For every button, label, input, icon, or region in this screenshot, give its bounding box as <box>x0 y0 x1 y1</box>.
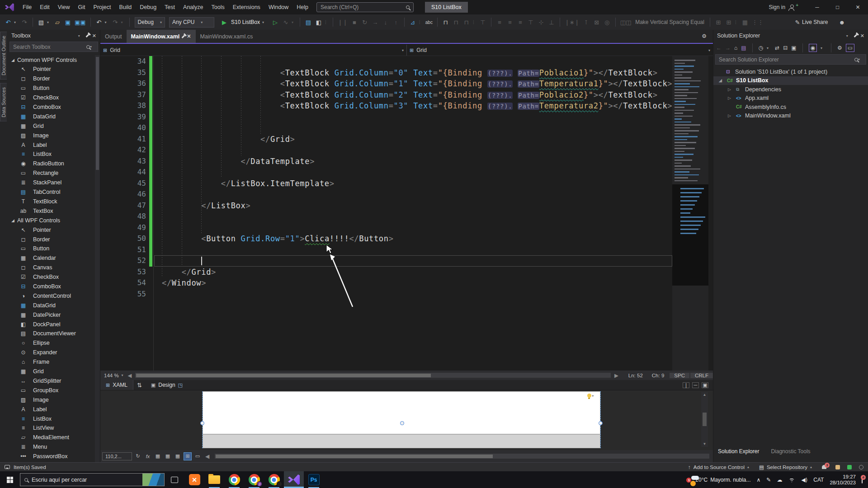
feedback-pen-icon[interactable] <box>835 465 840 469</box>
taskbar-app-visual-studio[interactable] <box>284 471 304 488</box>
align-left-icon[interactable]: ≡ <box>495 17 504 28</box>
taskbar-app-chrome-profile2[interactable]: J <box>244 471 264 488</box>
lightbulb-suggestion[interactable]: ▸ <box>587 394 594 398</box>
step-out-icon[interactable]: ↑ <box>392 17 401 28</box>
navigate-back-icon[interactable]: ↶ <box>4 17 13 28</box>
horizontal-split-icon[interactable]: ─ <box>692 382 699 388</box>
tree-row[interactable]: ⊡ Solution 'S10 ListBox' (1 of 1 project… <box>713 67 868 76</box>
preview-panel-icon[interactable]: ◧ <box>314 17 323 28</box>
toolbox-item[interactable]: ▨ Image <box>8 395 100 404</box>
line-ending-indicator[interactable]: CRLF <box>690 373 713 378</box>
close-icon[interactable]: ✕ <box>860 33 864 39</box>
code-line[interactable]: 47 </ListBox> <box>100 200 713 211</box>
next-bookmark-icon[interactable]: ⊓ <box>462 17 471 28</box>
spell-check-icon[interactable]: abc <box>425 17 434 28</box>
toolbox-item[interactable]: ••• PasswordBox <box>8 452 100 461</box>
toolbox-item[interactable]: ▦ DataGrid <box>8 112 100 121</box>
code-line[interactable]: 36 <TextBlock Grid.Column="1" Text="{Bin… <box>100 78 713 89</box>
toolbox-item[interactable]: ◑ ContentControl <box>8 291 100 300</box>
toolbox-item[interactable]: ▱ MediaElement <box>8 433 100 442</box>
collapse-all-icon[interactable]: ⊟ <box>783 45 788 51</box>
toolbox-item[interactable]: ▦ Calendar <box>8 253 100 263</box>
tab-data-sources[interactable]: Data Sources <box>0 83 7 122</box>
toolbox-item[interactable]: ▤ TabControl <box>8 188 100 197</box>
design-scroll-left-icon[interactable]: ◀ <box>203 453 211 460</box>
live-share-button[interactable]: ✎ Live Share <box>793 17 828 28</box>
pin-icon[interactable] <box>854 34 857 38</box>
snap-grid-icon[interactable]: ▦ <box>164 452 172 460</box>
toolbox-item[interactable]: ◉ RadioButton <box>8 159 100 169</box>
menu-item[interactable]: Help <box>292 0 312 14</box>
code-line[interactable]: 54</Window> <box>100 277 713 289</box>
properties-wrench-icon[interactable]: ⚙ <box>837 45 842 51</box>
minimap-scrollbar[interactable] <box>672 56 708 371</box>
pending-changes-filter-icon[interactable]: ◷ <box>759 45 763 51</box>
toolbox-item[interactable]: ≡ ListBox <box>8 150 100 159</box>
tab-xaml[interactable]: ⊞ XAML <box>100 380 133 390</box>
toolbox-item[interactable]: ▦ DatePicker <box>8 310 100 319</box>
scroll-right-icon[interactable]: ▶ <box>613 372 620 379</box>
toolbox-item[interactable]: ▦ Grid <box>8 121 100 131</box>
spacing-icon[interactable]: ◫◫ <box>619 17 632 28</box>
close-icon[interactable]: ✕ <box>92 33 96 39</box>
restore-button[interactable]: □ <box>827 0 848 14</box>
step-into-icon[interactable]: → <box>371 17 380 28</box>
menu-item[interactable]: Project <box>90 0 115 14</box>
zoom-icon[interactable]: ◎ <box>603 17 612 28</box>
toolbox-item[interactable]: ▤ DocumentViewer <box>8 329 100 338</box>
close-tab-icon[interactable]: ✕ <box>187 33 191 39</box>
code-line[interactable]: 48 <box>100 211 713 222</box>
pause-icon[interactable]: ❘❘ <box>337 17 349 28</box>
align-bottom-icon[interactable]: ⊥ <box>547 17 556 28</box>
new-project-icon[interactable]: ▧ <box>37 17 46 28</box>
toolbox-item[interactable]: ▭ GroupBox <box>8 385 100 395</box>
solution-platform-dropdown[interactable]: Any CPU▾ <box>169 17 214 28</box>
tree-row[interactable]: ▷ <> MainWindow.xaml <box>713 112 868 121</box>
toolbox-item[interactable]: ◻ Border <box>8 74 100 84</box>
menu-item[interactable]: Extensions <box>229 0 264 14</box>
solution-configuration-dropdown[interactable]: Debug▾ <box>135 17 165 28</box>
preview-selected-items-toggle[interactable]: ▭ <box>846 44 854 52</box>
action-center-button[interactable]: 4 <box>862 477 863 483</box>
code-line[interactable]: 55 <box>100 289 713 300</box>
menu-item[interactable]: Build <box>115 0 136 14</box>
horizontal-scrollbar[interactable] <box>135 373 611 378</box>
sync-selection-toggle[interactable]: ◉ <box>809 44 817 52</box>
add-to-source-control-button[interactable]: ↑Add to Source Control▴ <box>688 465 752 470</box>
snap-to-snaplines-icon[interactable]: ⊞ <box>184 452 192 460</box>
weather-text[interactable]: 20°C Mayorm. nubla... <box>695 477 750 483</box>
design-vertical-scrollbar[interactable]: ▲▼ <box>701 392 708 447</box>
toolbox-item[interactable]: ▭ Button <box>8 244 100 253</box>
toolbox-item[interactable]: ⌂ Frame <box>8 357 100 367</box>
code-line[interactable]: 50 <Button Grid.Row="1">Clica!!!!</Butto… <box>100 233 713 244</box>
pin-icon[interactable] <box>85 34 89 38</box>
code-line[interactable]: 44 <box>100 167 713 178</box>
space-indicator[interactable]: SPC <box>670 373 689 378</box>
start-debugging-button[interactable]: ▶ S10 ListBox▾ <box>217 17 269 28</box>
artboard-size-field[interactable]: 110,2... <box>102 452 132 460</box>
restart-icon[interactable]: ↻ <box>360 17 369 28</box>
align-right-icon[interactable]: ≡ <box>516 17 525 28</box>
code-line[interactable]: 41 </Grid> <box>100 134 713 145</box>
expand-arrow-icon[interactable]: ▷ <box>728 96 736 100</box>
group-icon[interactable]: ⊞ <box>714 17 723 28</box>
start-button[interactable] <box>0 471 20 488</box>
design-grid-row0[interactable] <box>203 391 600 434</box>
center-adorner-handle[interactable] <box>400 421 404 425</box>
gear-icon[interactable]: ⚙ <box>702 33 707 39</box>
toolbox-group-header[interactable]: ◢ Common WPF Controls <box>8 55 100 65</box>
same-size-icon[interactable]: ❘∗❘ <box>564 17 580 28</box>
toolbox-item[interactable]: ☑ CheckBox <box>8 272 100 282</box>
make-vertical-spacing-equal-label[interactable]: Make Vertical Spacing Equal <box>633 19 706 25</box>
task-view-button[interactable] <box>165 471 184 488</box>
volume-icon[interactable]: ◀⟩ <box>801 477 807 483</box>
toolbox-item[interactable]: ▭ Rectangle <box>8 169 100 178</box>
expand-arrow-icon[interactable]: ◢ <box>719 78 727 83</box>
toolbox-item[interactable]: ab TextBox <box>8 206 100 216</box>
start-without-debugging-icon[interactable]: ▷ <box>271 17 280 28</box>
sign-in-button[interactable]: Sign in + <box>769 0 800 14</box>
scroll-left-icon[interactable]: ◀ <box>126 372 134 379</box>
menu-item[interactable]: File <box>19 0 36 14</box>
toolbox-item[interactable]: ↖ Pointer <box>8 65 100 74</box>
code-line[interactable]: 45 </ListBox.ItemTemplate> <box>100 178 713 189</box>
